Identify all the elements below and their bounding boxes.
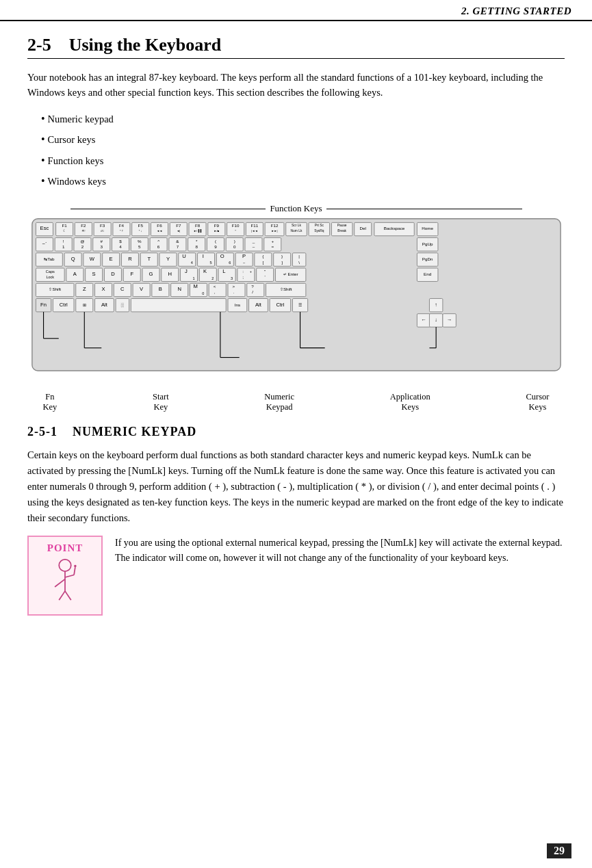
svg-text:A: A bbox=[73, 271, 77, 277]
svg-text:F4: F4 bbox=[118, 223, 124, 228]
svg-text:D: D bbox=[111, 271, 115, 277]
svg-text:Esc: Esc bbox=[40, 225, 49, 231]
svg-text:2: 2 bbox=[81, 244, 83, 248]
svg-text:←: ← bbox=[421, 316, 426, 322]
svg-text:X: X bbox=[101, 286, 105, 292]
svg-text:[: [ bbox=[262, 260, 263, 265]
cursor-keys-label: Cursor Keys bbox=[526, 392, 549, 412]
svg-text:": " bbox=[264, 268, 266, 273]
svg-text:►/■: ►/■ bbox=[214, 229, 219, 233]
svg-text:Alt: Alt bbox=[255, 301, 261, 307]
svg-text:Ctrl: Ctrl bbox=[59, 301, 67, 307]
svg-text:Prt Sc: Prt Sc bbox=[314, 223, 324, 226]
list-item: Cursor keys bbox=[41, 129, 565, 150]
svg-text:Caps: Caps bbox=[45, 269, 54, 273]
svg-text:F10: F10 bbox=[231, 223, 239, 228]
svg-text:%: % bbox=[138, 238, 142, 243]
svg-point-236 bbox=[74, 565, 77, 568]
svg-text:8: 8 bbox=[195, 244, 198, 248]
svg-text:3: 3 bbox=[231, 276, 233, 280]
svg-rect-108 bbox=[178, 252, 195, 265]
svg-text:R: R bbox=[128, 255, 132, 261]
svg-text:6: 6 bbox=[229, 261, 231, 265]
svg-text:Del: Del bbox=[359, 226, 365, 231]
svg-text:;: ; bbox=[242, 274, 244, 279]
svg-text:}: } bbox=[281, 253, 283, 258]
svg-text:K: K bbox=[203, 267, 207, 274]
svg-rect-149 bbox=[199, 268, 216, 281]
application-keys-label: Application Keys bbox=[390, 392, 430, 412]
point-text: If you are using the optional external n… bbox=[115, 536, 565, 565]
bullet-list: Numeric keypad Cursor keys Function keys… bbox=[41, 109, 565, 192]
svg-text:PgDn: PgDn bbox=[422, 256, 433, 261]
svg-text:@: @ bbox=[80, 238, 84, 243]
svg-text:↑: ↑ bbox=[435, 301, 437, 307]
numeric-keypad-label: Numeric Keypad bbox=[264, 392, 294, 412]
svg-text:]: ] bbox=[281, 260, 283, 265]
svg-text:F: F bbox=[130, 271, 133, 277]
svg-text:_: _ bbox=[251, 238, 255, 243]
svg-rect-183 bbox=[209, 283, 226, 296]
svg-text:#: # bbox=[100, 238, 103, 243]
svg-text:→: → bbox=[446, 316, 452, 322]
svg-text:Q: Q bbox=[70, 255, 75, 261]
svg-text:T: T bbox=[147, 255, 151, 261]
svg-text:7: 7 bbox=[176, 244, 179, 248]
svg-text:6: 6 bbox=[157, 244, 159, 248]
svg-text:^: ^ bbox=[157, 238, 159, 243]
svg-text:V: V bbox=[140, 286, 144, 292]
svg-text:+: + bbox=[249, 269, 251, 273]
svg-text:☀↑: ☀↑ bbox=[81, 229, 85, 233]
svg-text:F5: F5 bbox=[138, 223, 143, 228]
svg-text:◄◄: ◄◄ bbox=[156, 229, 162, 233]
svg-rect-186 bbox=[228, 283, 245, 296]
svg-text:░: ░ bbox=[120, 302, 124, 307]
point-box: POINT bbox=[27, 536, 103, 616]
svg-text:Break: Break bbox=[337, 229, 346, 233]
svg-text:5: 5 bbox=[209, 261, 211, 265]
svg-rect-146 bbox=[180, 268, 197, 281]
svg-text:Num Lk: Num Lk bbox=[290, 229, 302, 233]
svg-text:–: – bbox=[252, 244, 255, 248]
page-number: 29 bbox=[547, 843, 571, 858]
svg-text:3: 3 bbox=[100, 244, 103, 248]
svg-text:C: C bbox=[120, 286, 125, 292]
svg-line-237 bbox=[59, 592, 65, 601]
svg-text:<: < bbox=[213, 284, 216, 289]
point-figure bbox=[41, 558, 89, 606]
svg-rect-204 bbox=[131, 298, 226, 311]
svg-text:⇧Shift: ⇧Shift bbox=[279, 287, 292, 291]
svg-text:☰: ☰ bbox=[298, 302, 302, 306]
svg-text:Z: Z bbox=[82, 286, 86, 292]
svg-text:{: { bbox=[262, 253, 263, 258]
svg-text:M: M bbox=[193, 283, 197, 289]
svg-text://□: //□ bbox=[101, 229, 104, 233]
intro-paragraph: Your notebook has an integral 87-key key… bbox=[27, 70, 565, 101]
svg-text:2: 2 bbox=[211, 276, 214, 280]
svg-text:* ↓: * ↓ bbox=[138, 229, 142, 233]
svg-text:E: E bbox=[109, 255, 112, 261]
svg-text:Y: Y bbox=[166, 255, 169, 261]
list-item: Function keys bbox=[41, 150, 565, 171]
svg-text:P: P bbox=[242, 252, 246, 259]
svg-text:+: + bbox=[271, 238, 274, 243]
start-key-label: Start Key bbox=[153, 392, 169, 412]
svg-line-238 bbox=[65, 592, 71, 601]
svg-text:!: ! bbox=[62, 238, 64, 243]
subsection-title: 2-5-1 NUMERIC KEYPAD bbox=[27, 425, 565, 439]
svg-rect-152 bbox=[218, 268, 235, 281]
svg-text:|◄◄: |◄◄ bbox=[251, 229, 257, 233]
svg-text:F3: F3 bbox=[100, 223, 105, 228]
svg-line-233 bbox=[55, 579, 65, 587]
svg-text:F2: F2 bbox=[81, 223, 86, 228]
point-section: POINT If you are using the optional exte… bbox=[27, 536, 565, 616]
section-title: 2-5 Using the Keyboard bbox=[27, 35, 565, 59]
keyboard-svg: Esc F1 ☾ F2 ☀↑ F3 //□ F4 * † F5 bbox=[29, 217, 563, 391]
svg-text:): ) bbox=[233, 238, 235, 243]
svg-line-234 bbox=[65, 575, 74, 578]
svg-text:F9: F9 bbox=[214, 223, 219, 228]
svg-text:H: H bbox=[168, 271, 172, 277]
svg-text:* †: * † bbox=[119, 229, 123, 233]
svg-text:W: W bbox=[89, 255, 94, 261]
svg-text:?: ? bbox=[251, 284, 254, 289]
